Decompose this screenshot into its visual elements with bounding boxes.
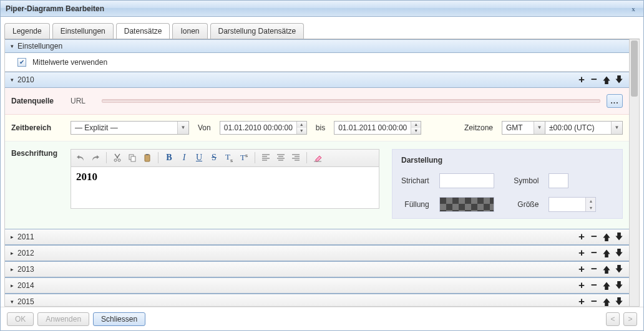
to-label: bis <box>316 123 325 132</box>
zeitbereich-row: Zeitbereich — Explizit —▼ Von 01.01.2010… <box>5 115 629 142</box>
move-up-icon[interactable] <box>600 264 613 275</box>
datenquelle-row: Datenquelle URL ... <box>5 88 629 115</box>
tabstrip: Legende Einstellungen Datensätze Ionen D… <box>1 17 643 39</box>
remove-icon[interactable]: − <box>588 280 600 291</box>
section-2014-header[interactable]: ▸ 2014 + − <box>5 277 629 294</box>
browse-button[interactable]: ... <box>607 94 623 108</box>
scrollbar[interactable] <box>630 39 640 307</box>
spin-up-icon: ▲ <box>411 122 421 128</box>
move-down-icon[interactable] <box>613 296 625 307</box>
symbol-swatch[interactable] <box>549 173 568 188</box>
chevron-right-icon: ▸ <box>9 250 15 256</box>
use-means-label: Mittelwerte verwenden <box>32 58 107 67</box>
tab-legende[interactable]: Legende <box>4 23 50 39</box>
paste-icon[interactable] <box>140 151 154 165</box>
remove-icon[interactable]: − <box>588 296 600 307</box>
add-icon[interactable]: + <box>575 296 588 307</box>
ok-button[interactable]: OK <box>7 312 34 326</box>
chevron-down-icon: ▼ <box>534 122 545 134</box>
section-settings-header[interactable]: ▾ Einstellungen <box>5 39 629 53</box>
caption-editor[interactable]: 2010 <box>71 166 379 209</box>
cut-icon[interactable] <box>110 151 124 165</box>
button-bar: OK Anwenden Schliessen < > <box>1 307 643 330</box>
copy-icon[interactable] <box>125 151 139 165</box>
move-down-icon[interactable] <box>613 74 625 85</box>
align-center-icon[interactable] <box>274 151 288 165</box>
stroke-label: Strichart <box>401 176 429 185</box>
move-up-icon[interactable] <box>600 74 613 85</box>
from-datetime-input[interactable]: 01.01.2010 00:00:00 ▲▼ <box>220 121 307 135</box>
chevron-down-icon: ▾ <box>9 299 15 305</box>
move-up-icon[interactable] <box>600 231 613 242</box>
remove-icon[interactable]: − <box>588 264 600 275</box>
section-2010-header[interactable]: ▾ 2010 + − <box>5 72 629 88</box>
tz-name-select[interactable]: GMT▼ <box>502 121 545 135</box>
bold-icon[interactable]: B <box>162 151 176 165</box>
spin-up-icon: ▲ <box>297 122 306 128</box>
tab-darstellung-datensaetze[interactable]: Darstellung Datensätze <box>210 23 305 39</box>
add-icon[interactable]: + <box>575 74 588 85</box>
fill-swatch[interactable] <box>439 197 494 212</box>
svg-rect-3 <box>131 156 135 161</box>
chevron-down-icon: ▼ <box>611 122 622 134</box>
use-means-option[interactable]: ✔ Mittelwerte verwenden <box>17 58 107 67</box>
fill-label: Füllung <box>401 200 429 209</box>
tab-einstellungen[interactable]: Einstellungen <box>52 23 114 39</box>
svg-rect-4 <box>145 155 150 161</box>
eraser-icon[interactable] <box>311 151 324 165</box>
size-stepper[interactable]: ▲▼ <box>549 197 596 212</box>
scrollbar-thumb[interactable] <box>631 41 638 97</box>
next-button[interactable]: > <box>623 312 637 326</box>
svg-point-1 <box>118 159 120 161</box>
align-left-icon[interactable] <box>259 151 273 165</box>
section-2015-header[interactable]: ▾ 2015 + − <box>5 294 629 307</box>
editor-toolbar: B I U S Ts Ts <box>71 149 379 166</box>
section-2013-header[interactable]: ▸ 2013 + − <box>5 261 629 277</box>
move-up-icon[interactable] <box>600 280 613 291</box>
remove-icon[interactable]: − <box>588 247 600 259</box>
add-icon[interactable]: + <box>575 264 588 275</box>
subscript-icon[interactable]: Ts <box>222 151 236 165</box>
zeitbereich-mode-select[interactable]: — Explizit —▼ <box>71 121 189 135</box>
stroke-swatch[interactable] <box>439 173 494 188</box>
align-right-icon[interactable] <box>289 151 303 165</box>
move-up-icon[interactable] <box>600 247 613 259</box>
chevron-down-icon: ▾ <box>9 77 15 83</box>
close-icon[interactable]: x <box>628 4 638 14</box>
section-settings-body: ✔ Mittelwerte verwenden <box>5 53 629 72</box>
undo-icon[interactable] <box>74 151 87 165</box>
chevron-right-icon: ▸ <box>9 266 15 272</box>
to-datetime-input[interactable]: 01.01.2011 00:00:00 ▲▼ <box>334 121 421 135</box>
add-icon[interactable]: + <box>575 280 588 291</box>
chevron-right-icon: ▸ <box>9 234 15 240</box>
add-icon[interactable]: + <box>575 247 588 259</box>
move-down-icon[interactable] <box>613 280 625 291</box>
spin-down-icon: ▼ <box>586 204 595 211</box>
tz-offset-select[interactable]: ±00:00 (UTC)▼ <box>545 121 623 135</box>
tz-label: Zeitzone <box>464 123 493 132</box>
close-button[interactable]: Schliessen <box>93 312 145 326</box>
strikethrough-icon[interactable]: S <box>207 151 221 165</box>
add-icon[interactable]: + <box>575 231 588 242</box>
move-down-icon[interactable] <box>613 247 625 259</box>
tab-ionen[interactable]: Ionen <box>172 23 207 39</box>
remove-icon[interactable]: − <box>588 74 600 85</box>
prev-button[interactable]: < <box>606 312 620 326</box>
tab-datensaetze[interactable]: Datensätze <box>116 23 170 39</box>
underline-icon[interactable]: U <box>192 151 206 165</box>
move-down-icon[interactable] <box>613 264 625 275</box>
section-2011-header[interactable]: ▸ 2011 + − <box>5 229 629 245</box>
redo-icon[interactable] <box>89 151 102 165</box>
section-2012-header[interactable]: ▸ 2012 + − <box>5 245 629 261</box>
superscript-icon[interactable]: Ts <box>237 151 251 165</box>
italic-icon[interactable]: I <box>177 151 191 165</box>
move-up-icon[interactable] <box>600 296 613 307</box>
url-label: URL <box>71 97 102 105</box>
symbol-label: Symbol <box>514 176 539 185</box>
content-scroll: ▾ Einstellungen ✔ Mittelwerte verwenden … <box>4 39 630 307</box>
move-down-icon[interactable] <box>613 231 625 242</box>
url-input[interactable] <box>102 99 600 103</box>
from-label: Von <box>198 123 211 132</box>
remove-icon[interactable]: − <box>588 231 600 242</box>
apply-button[interactable]: Anwenden <box>37 312 89 326</box>
